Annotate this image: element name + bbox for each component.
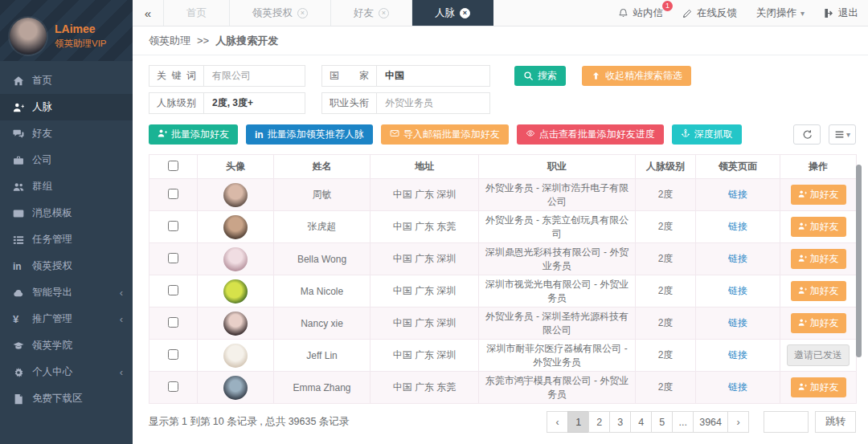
- tab-linkedin-auth[interactable]: 领英授权×: [230, 0, 331, 26]
- action-cell: 加好友: [780, 372, 857, 404]
- sidebar-item-company[interactable]: 公司: [0, 147, 133, 173]
- sidebar-item-friends[interactable]: 好友: [0, 120, 133, 147]
- avatar-cell: [198, 243, 274, 275]
- add-friend-label: 加好友: [810, 252, 839, 266]
- row-checkbox[interactable]: [168, 253, 178, 263]
- pagination-page[interactable]: 2: [588, 411, 610, 433]
- sidebar-item-task-management[interactable]: 任务管理: [0, 226, 133, 253]
- columns-dropdown-button[interactable]: ▾: [829, 124, 856, 145]
- pagination-page[interactable]: 3: [609, 411, 631, 433]
- tab-close-icon[interactable]: ×: [379, 8, 389, 18]
- logout-icon: [824, 8, 834, 18]
- pagination-page[interactable]: 1: [567, 411, 589, 433]
- select-all-checkbox[interactable]: [168, 161, 178, 171]
- tab-close-icon[interactable]: ×: [297, 8, 308, 18]
- linkedin-page-link[interactable]: 链接: [728, 285, 747, 296]
- country-label: 国家: [330, 69, 369, 83]
- pagination-page[interactable]: 3964: [693, 411, 728, 433]
- cloud-icon: [13, 287, 24, 299]
- search-button[interactable]: 搜索: [514, 66, 566, 86]
- linkedin-page-link[interactable]: 链接: [728, 253, 747, 264]
- row-checkbox[interactable]: [168, 317, 178, 328]
- close-ops-dropdown[interactable]: 关闭操作 ▾: [747, 0, 814, 26]
- pagination-prev[interactable]: ‹: [547, 411, 568, 433]
- address-cell: 中国 广东 深圳: [371, 308, 479, 340]
- sidebar-item-home[interactable]: 首页: [0, 67, 133, 94]
- linkedin-page-link[interactable]: 链接: [728, 381, 747, 393]
- sidebar-item-groups[interactable]: 群组: [0, 173, 133, 200]
- degree-input[interactable]: 2度, 3度+: [204, 93, 305, 113]
- table-scrollbar[interactable]: [856, 165, 862, 357]
- user-plus-icon: [798, 254, 807, 265]
- add-friend-button[interactable]: 加好友: [791, 377, 846, 397]
- pagination-page[interactable]: 5: [651, 411, 673, 433]
- collapse-filter-button[interactable]: 收起精准搜索筛选: [582, 66, 691, 86]
- batch-add-linkedin-recommended-button[interactable]: in批量添加领英推荐人脉: [246, 124, 373, 145]
- sidebar-collapse-icon[interactable]: «: [133, 0, 163, 26]
- collapse-filter-label: 收起精准搜索筛选: [605, 69, 682, 83]
- add-friend-button[interactable]: 加好友: [791, 313, 846, 333]
- sidebar-item-promotion[interactable]: ¥推广管理‹: [0, 306, 133, 332]
- sidebar-item-message-templates[interactable]: 消息模板: [0, 200, 133, 226]
- add-friend-button[interactable]: 加好友: [791, 217, 846, 237]
- pagination-next[interactable]: ›: [727, 411, 749, 433]
- degree-field[interactable]: 人脉级别 2度, 3度+: [149, 92, 305, 114]
- row-checkbox[interactable]: [168, 221, 178, 231]
- envelope-icon: [390, 128, 399, 141]
- refresh-button[interactable]: [793, 124, 821, 145]
- job-title-field[interactable]: 职业头衔 外贸业务员: [321, 92, 490, 114]
- batch-add-friends-button[interactable]: 批量添加好友: [149, 124, 238, 145]
- page-jump-button[interactable]: 跳转: [815, 411, 856, 433]
- linkedin-page-link[interactable]: 链接: [728, 221, 747, 232]
- country-input[interactable]: 中国: [377, 66, 489, 86]
- page-jump-input[interactable]: [764, 411, 809, 433]
- add-friend-button[interactable]: 加好友: [791, 249, 846, 269]
- tab-close-icon[interactable]: ×: [460, 8, 470, 18]
- tab-connections[interactable]: 人脉×: [412, 0, 493, 26]
- sidebar-item-smart-export[interactable]: 智能导出‹: [0, 279, 133, 306]
- tab-friends[interactable]: 好友×: [331, 0, 412, 26]
- sidebar-item-connections[interactable]: 人脉: [0, 94, 133, 120]
- breadcrumb-parent[interactable]: 领英助理: [149, 34, 190, 48]
- site-messages-button[interactable]: 站内信 1: [608, 0, 673, 26]
- sidebar-item-academy[interactable]: 领英学院: [0, 332, 133, 359]
- linkedin-page-link[interactable]: 链接: [728, 317, 747, 328]
- import-email-batch-add-button[interactable]: 导入邮箱批量添加好友: [381, 124, 509, 145]
- name-cell: Jeff Lin: [274, 340, 371, 372]
- row-checkbox[interactable]: [168, 285, 178, 295]
- keyword-field[interactable]: 关键词 有限公司: [149, 65, 305, 87]
- sidebar-item-personal-center[interactable]: 个人中心‹: [0, 359, 133, 385]
- linkedin-page-cell: 链接: [696, 179, 780, 211]
- linkedin-page-cell: 链接: [696, 340, 780, 372]
- linkedin-page-link[interactable]: 链接: [728, 349, 747, 360]
- deep-scrape-button[interactable]: 深度抓取: [672, 124, 742, 145]
- add-friend-button[interactable]: 加好友: [791, 185, 846, 205]
- envelope-icon: [13, 208, 24, 219]
- tasks-icon: [13, 234, 24, 246]
- top-tab-bar: « 首页领英授权×好友×人脉× 站内信 1 在线反馈 关闭操作 ▾ 退出: [133, 0, 868, 26]
- add-friend-button[interactable]: 加好友: [791, 281, 846, 301]
- row-checkbox[interactable]: [168, 189, 178, 199]
- tab-strip: 首页领英授权×好友×人脉×: [163, 0, 493, 26]
- sidebar-item-free-downloads[interactable]: 免费下载区: [0, 385, 133, 412]
- job-title-input[interactable]: 外贸业务员: [377, 93, 489, 113]
- row-checkbox[interactable]: [168, 381, 178, 392]
- feedback-button[interactable]: 在线反馈: [673, 0, 747, 26]
- logout-button[interactable]: 退出: [814, 0, 868, 26]
- tab-home[interactable]: 首页: [163, 0, 230, 26]
- keyword-input[interactable]: 有限公司: [204, 66, 305, 86]
- sidebar-item-linkedin-auth[interactable]: in领英授权: [0, 253, 133, 279]
- sidebar-item-label: 人脉: [32, 100, 52, 114]
- country-field[interactable]: 国家 中国: [321, 65, 490, 87]
- linkedin-page-link[interactable]: 链接: [728, 189, 747, 200]
- checkbox-cell: [149, 179, 198, 211]
- table-row: Nancy xie中国 广东 深圳外贸业务员 - 深圳圣特光源科技有限公司2度链…: [149, 308, 857, 340]
- sidebar: LAimee 领英助理VIP 首页人脉好友公司群组消息模板任务管理in领英授权智…: [0, 0, 133, 444]
- column-header: 人脉级别: [636, 155, 696, 179]
- view-batch-progress-button[interactable]: 点击查看批量添加好友进度: [517, 124, 664, 145]
- row-checkbox[interactable]: [168, 349, 178, 360]
- pagination-page[interactable]: 4: [630, 411, 652, 433]
- user-profile[interactable]: LAimee 领英助理VIP: [0, 0, 133, 61]
- avatar-cell: [198, 308, 274, 340]
- degree-cell: 2度: [636, 211, 696, 243]
